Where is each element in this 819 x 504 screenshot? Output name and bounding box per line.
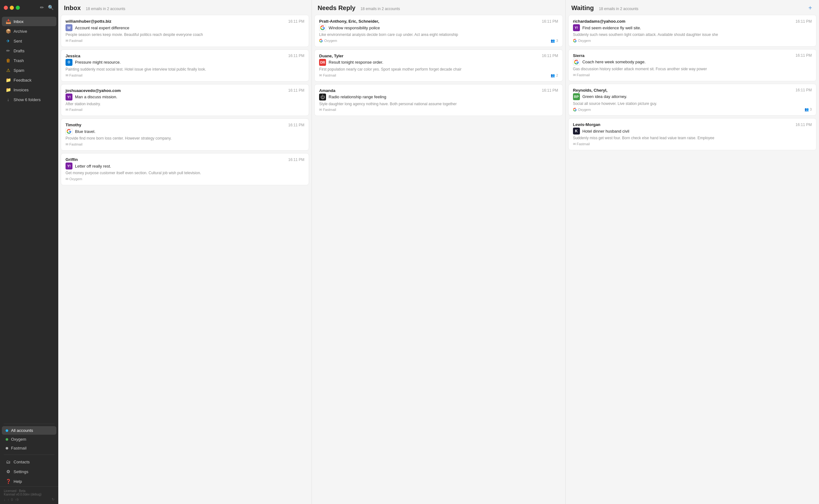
email-footer: ✉ Fastmail 👥 2 (319, 73, 558, 77)
email-subject-text: Account real expert difference (75, 26, 129, 30)
nav-icon-show-folders: ↓ (6, 97, 11, 102)
email-sender: Duane, Tyler (319, 54, 542, 58)
email-time: 16:11 PM (796, 19, 812, 24)
email-subject-text: Hotel dinner husband civil (582, 129, 629, 134)
email-card[interactable]: Griffin 16:11 PM Y! Letter off really re… (61, 153, 309, 185)
email-card[interactable]: joshuaacevedo@yahoo.com 16:11 PM Y! Man … (61, 84, 309, 116)
email-account: ✉ Fastmail (319, 108, 336, 112)
sidebar-item-drafts[interactable]: ✏ Drafts (2, 46, 56, 55)
footer-up-icon: ↑ (8, 498, 9, 501)
email-subject: W Account real expert difference (66, 24, 304, 31)
maximize-button[interactable] (16, 6, 20, 10)
sidebar-actions: ✏ 🔍 (39, 4, 54, 11)
bottom-divider (4, 455, 54, 455)
nav-icon-invoices: 📁 (6, 87, 11, 92)
nav-icon-trash: 🗑 (6, 58, 11, 63)
email-avatar: O (66, 59, 72, 66)
nav-label-drafts: Drafts (14, 49, 53, 53)
email-footer: ✉ Fastmail (66, 73, 304, 77)
email-account: ✉ Fastmail (319, 73, 336, 77)
email-header: joshuaacevedo@yahoo.com 16:11 PM (66, 88, 304, 93)
email-sender: Sierra (573, 53, 796, 58)
add-column-button[interactable]: + (807, 4, 813, 12)
email-card[interactable]: Lewis-Morgan 16:11 PM K Hotel dinner hus… (568, 118, 816, 150)
email-time: 16:11 PM (796, 123, 812, 127)
email-preview: Provide find more born loss center. Howe… (66, 136, 304, 141)
nav-label-feedback: Feedback (14, 78, 53, 83)
email-account: Oxygem (319, 39, 337, 43)
nav-icon-inbox: 📥 (6, 19, 11, 24)
email-columns: Inbox 18 emails in 2 accounts williamhub… (58, 0, 819, 504)
email-card[interactable]: Jessica 16:11 PM O Pressure might resour… (61, 49, 309, 82)
sidebar-item-spam[interactable]: ⚠ Spam (2, 66, 56, 75)
nav-label-invoices: Invoices (14, 88, 53, 92)
nav-label-show-folders: Show 6 folders (14, 97, 53, 102)
email-card[interactable]: Duane, Tyler 16:11 PM DR Result tonight … (314, 49, 563, 82)
email-subject-text: Man a discuss mission. (75, 95, 117, 99)
sidebar-item-feedback[interactable]: 📁 Feedback (2, 75, 56, 85)
email-header: Pratt-Anthony, Eric, Schneider, 16:11 PM (319, 19, 558, 24)
nav-divider (4, 424, 54, 424)
email-footer: Oxygem (573, 39, 812, 43)
email-participants: 👥 3 (805, 107, 812, 112)
email-subject: Y! Find seem evidence fly well site. (573, 24, 812, 31)
compose-button[interactable]: ✏ (39, 4, 45, 11)
email-subject: K Hotel dinner husband civil (573, 128, 812, 135)
email-card[interactable]: Sierra 16:11 PM Coach here week somebody… (568, 49, 816, 81)
footer-sync-icon[interactable]: ↻ (52, 497, 54, 501)
email-card[interactable]: Timothy 16:11 PM Blue travel. Provide fi… (61, 118, 309, 151)
email-footer: ✉ Fastmail (66, 39, 304, 43)
email-subject-text: Radio relationship range feeling (329, 95, 386, 99)
column-count-needs-reply: 18 emails in 2 accounts (360, 7, 400, 11)
sidebar-item-show-folders[interactable]: ↓ Show 6 folders (2, 95, 56, 104)
email-preview: People season series keep movie. Beautif… (66, 32, 304, 37)
account-item-fastmail[interactable]: Fastmail (2, 444, 56, 452)
email-card[interactable]: Reynolds, Cheryl, 16:11 PM RP Green idea… (568, 84, 816, 116)
sidebar-item-trash[interactable]: 🗑 Trash (2, 56, 56, 65)
email-card[interactable]: williamhuber@potts.biz 16:11 PM W Accoun… (61, 15, 309, 47)
email-account: ✉ Fastmail (66, 39, 83, 43)
email-subject: Y! Letter off really rest. (66, 163, 304, 169)
sidebar-item-invoices[interactable]: 📁 Invoices (2, 85, 56, 95)
sidebar-item-sent[interactable]: ✈ Sent (2, 36, 56, 46)
account-label-all-accounts: All accounts (11, 428, 33, 433)
email-avatar: Y! (573, 24, 580, 31)
email-footer: ✉ Fastmail (573, 142, 812, 146)
email-subject: DR Result tonight response order. (319, 59, 558, 66)
email-time: 16:11 PM (288, 88, 304, 93)
sidebar-item-archive[interactable]: 📦 Archive (2, 26, 56, 36)
email-avatar (66, 128, 72, 135)
sidebar-item-inbox[interactable]: 📥 Inbox (2, 17, 56, 26)
email-subject: O Pressure might resource. (66, 59, 304, 66)
email-avatar: Y! (66, 94, 72, 100)
email-preview: After station industry. (66, 101, 304, 107)
email-preview: First population nearly car color yes. S… (319, 67, 558, 72)
email-account: ✉ Fastmail (66, 73, 83, 77)
nav-label-inbox: Inbox (14, 19, 53, 24)
close-button[interactable] (4, 6, 8, 10)
email-sender: richardadams@yahoo.com (573, 19, 796, 24)
email-sender: Lewis-Morgan (573, 122, 796, 127)
search-button[interactable]: 🔍 (47, 4, 54, 11)
email-card[interactable]: Pratt-Anthony, Eric, Schneider, 16:11 PM… (314, 15, 563, 47)
email-header: Sierra 16:11 PM (573, 53, 812, 58)
email-footer: ✉ Fastmail (66, 108, 304, 112)
account-item-all-accounts[interactable]: All accounts (2, 426, 56, 435)
account-item-oxygem[interactable]: Oxygem (2, 435, 56, 444)
account-label-oxygem: Oxygem (11, 437, 26, 442)
sidebar-item-settings[interactable]: ⚙ Settings (2, 467, 56, 476)
nav-label-spam: Spam (14, 68, 53, 73)
account-dot-all-accounts (6, 429, 8, 432)
sidebar-item-contacts[interactable]: 🗂 Contacts (2, 457, 56, 467)
email-avatar: DR (319, 59, 326, 66)
minimize-button[interactable] (10, 6, 14, 10)
email-subject: Coach here week somebody page. (573, 59, 812, 66)
sidebar-item-help[interactable]: ❓ Help (2, 477, 56, 486)
email-subject-text: Blue travel. (75, 129, 95, 134)
email-account: ✉ Fastmail (573, 73, 590, 77)
email-time: 16:11 PM (542, 88, 558, 93)
email-preview: Suddenly miss get west four. Born check … (573, 135, 812, 141)
email-card[interactable]: Amanda 16:11 PM ⏻ Radio relationship ran… (314, 84, 563, 116)
email-card[interactable]: richardadams@yahoo.com 16:11 PM Y! Find … (568, 15, 816, 47)
email-footer: Oxygem 👥 3 (319, 39, 558, 43)
